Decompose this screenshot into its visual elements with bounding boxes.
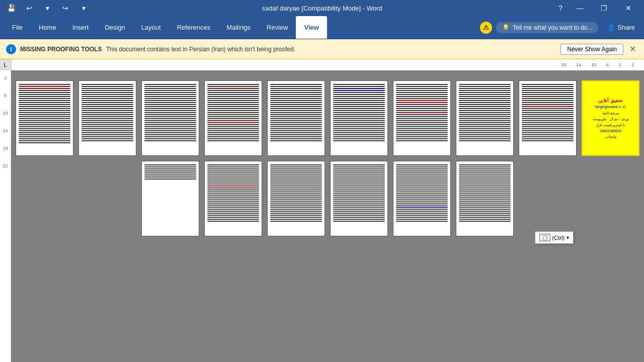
tab-view[interactable]: View: [296, 16, 327, 39]
page-lines-6: [331, 81, 387, 144]
ctrl-dropdown-icon[interactable]: ▾: [567, 235, 569, 240]
tab-mailings[interactable]: Mailings: [218, 16, 259, 39]
minimize-button[interactable]: —: [569, 0, 592, 16]
line: [19, 122, 70, 123]
notification-close-button[interactable]: ✕: [627, 44, 638, 54]
title-bar-left: 💾 ↩ ▾ ↪ ▾: [4, 1, 91, 15]
line: [82, 102, 133, 103]
help-button[interactable]: ?: [553, 1, 568, 15]
tab-review[interactable]: Review: [259, 16, 296, 39]
undo-dropdown[interactable]: ▾: [40, 1, 54, 15]
page-thumb-4[interactable]: [204, 80, 262, 156]
line: [144, 90, 196, 91]
page-thumb-6[interactable]: [330, 80, 388, 156]
line: [396, 128, 448, 129]
page-thumb-16[interactable]: [456, 161, 514, 236]
line: [207, 104, 259, 105]
line: [522, 98, 574, 99]
save-button[interactable]: 💾: [4, 1, 18, 15]
line: [522, 138, 574, 139]
line: [19, 142, 70, 143]
page-ad-content: تحقیق آنلاین Tahghighonline.ir 🔥 مرجع دا…: [583, 81, 638, 155]
line: [82, 134, 133, 135]
line: [144, 132, 196, 133]
line: [207, 219, 259, 220]
page-thumb-15[interactable]: [393, 161, 451, 236]
page-thumb-8[interactable]: [456, 80, 514, 156]
line: [144, 104, 196, 105]
line: [19, 124, 70, 125]
page-thumb-1[interactable]: [16, 80, 73, 156]
line: [270, 96, 322, 97]
line: [459, 201, 511, 202]
tab-insert[interactable]: Insert: [64, 16, 97, 39]
tab-home[interactable]: Home: [31, 16, 64, 39]
tab-layout[interactable]: Layout: [133, 16, 169, 39]
line: [144, 178, 196, 179]
line: [459, 205, 511, 206]
line: [82, 132, 133, 133]
page-thumb-11[interactable]: [141, 161, 199, 236]
page-thumb-13[interactable]: [267, 161, 325, 236]
line: [396, 213, 448, 214]
line: [459, 134, 511, 135]
page-lines-12: [205, 161, 262, 225]
page-thumb-3[interactable]: [141, 80, 199, 156]
tab-file[interactable]: File: [4, 16, 31, 39]
line: [459, 187, 511, 188]
line: [396, 219, 448, 220]
line: [270, 90, 322, 91]
never-show-again-button[interactable]: Never Show Again: [560, 44, 623, 55]
page-thumb-2[interactable]: [78, 80, 136, 156]
v-ruler-num-2: 2: [4, 75, 7, 80]
page-thumb-12[interactable]: [204, 161, 262, 236]
close-button[interactable]: ✕: [617, 0, 640, 16]
page-thumb-5[interactable]: [267, 80, 325, 156]
line: [270, 120, 322, 121]
customize-button[interactable]: ▾: [76, 1, 91, 15]
share-button[interactable]: 👤 Share: [602, 22, 640, 33]
line: [459, 100, 511, 101]
line: [522, 108, 574, 109]
tab-design[interactable]: Design: [97, 16, 133, 39]
line: [333, 207, 385, 208]
line: [396, 203, 448, 204]
line: [19, 128, 70, 129]
page-thumb-ad[interactable]: تحقیق آنلاین Tahghighonline.ir 🔥 مرجع دا…: [582, 80, 639, 156]
line: [396, 98, 448, 99]
line: [270, 86, 322, 87]
line: [144, 168, 196, 169]
line: [333, 168, 385, 169]
line: [144, 166, 196, 167]
page-thumb-9[interactable]: [519, 80, 577, 156]
line: [396, 178, 448, 179]
line: [207, 130, 259, 131]
line: [270, 164, 322, 165]
line: [270, 221, 322, 222]
ruler-corner[interactable]: L: [0, 59, 11, 70]
line: [207, 88, 259, 89]
line: [270, 191, 322, 192]
tab-references[interactable]: References: [169, 16, 218, 39]
line: [270, 201, 322, 202]
line: [396, 92, 448, 93]
line: [333, 199, 385, 200]
line: [396, 114, 448, 115]
page-thumb-14[interactable]: [330, 161, 388, 236]
line: [522, 140, 574, 141]
tell-me-input[interactable]: 💡 Tell me what you want to do...: [496, 22, 598, 33]
restore-button[interactable]: ❐: [593, 0, 616, 16]
line: [522, 106, 574, 107]
line: [270, 134, 322, 135]
warning-icon: ⚠: [480, 22, 492, 34]
document-canvas[interactable]: تحقیق آنلاین Tahghighonline.ir 🔥 مرجع دا…: [11, 70, 644, 362]
line: [459, 92, 511, 93]
line: [144, 108, 196, 109]
line: [333, 170, 385, 171]
line: [270, 168, 322, 169]
redo-button[interactable]: ↪: [58, 1, 72, 15]
page-thumb-7[interactable]: [393, 80, 451, 156]
undo-button[interactable]: ↩: [22, 1, 36, 15]
share-label: Share: [617, 24, 635, 31]
line: [270, 102, 322, 103]
